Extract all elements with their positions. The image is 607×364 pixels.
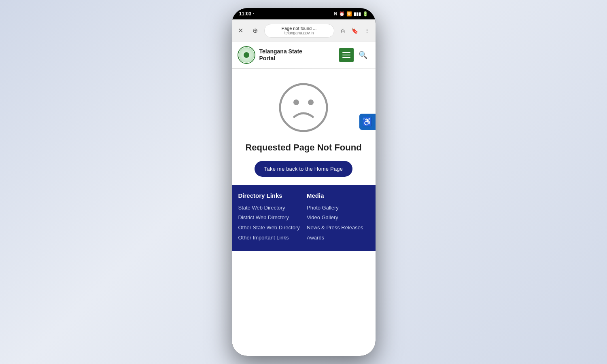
menu-line-1 (342, 52, 350, 53)
footer: Directory Links State Web Directory Dist… (232, 185, 376, 252)
logo-image (238, 46, 255, 64)
svg-point-1 (293, 99, 299, 105)
wifi-icon: 🛜 (346, 11, 352, 17)
close-tab-button[interactable]: ✕ (235, 25, 246, 36)
bookmark-icon: 🔖 (351, 28, 358, 34)
video-gallery-link[interactable]: Video Gallery (307, 214, 369, 221)
more-icon: ⋮ (364, 28, 370, 34)
phone-shell: 11:03 · N ⏰ 🛜 ▮▮▮ 🔋 ✕ ⊕ Page not found .… (232, 8, 376, 356)
svg-point-2 (308, 99, 314, 105)
footer-directory-column: Directory Links State Web Directory Dist… (238, 192, 301, 245)
error-title: Requested Page Not Found (245, 142, 361, 154)
share-icon: ⎙ (341, 28, 344, 34)
accessibility-button[interactable]: ♿ (359, 114, 376, 130)
news-press-releases-link[interactable]: News & Press Releases (307, 224, 369, 231)
signal-dot: · (253, 11, 254, 17)
svg-point-0 (280, 84, 327, 131)
directory-links-heading: Directory Links (238, 192, 301, 199)
other-state-web-directory-link[interactable]: Other State Web Directory (238, 224, 301, 231)
photo-gallery-link[interactable]: Photo Gallery (307, 205, 369, 212)
site-title-line1: Telangana State (259, 48, 302, 55)
status-right: N ⏰ 🛜 ▮▮▮ 🔋 (334, 11, 368, 17)
alarm-icon: ⏰ (339, 11, 345, 17)
browser-actions: ⎙ 🔖 ⋮ (337, 25, 372, 36)
menu-button[interactable] (339, 48, 354, 62)
bookmark-button[interactable]: 🔖 (350, 25, 360, 36)
url-bar[interactable]: Page not found ... telangana.gov.in (264, 24, 334, 38)
browser-menu-button[interactable]: ⋮ (362, 25, 372, 36)
error-section: Requested Page Not Found Take me back to… (232, 69, 376, 185)
search-button[interactable]: 🔍 (356, 48, 370, 62)
site-title-line2: Portal (259, 55, 302, 62)
tab-manager-button[interactable]: ⊕ (250, 25, 261, 36)
footer-columns: Directory Links State Web Directory Dist… (238, 192, 369, 245)
browser-chrome: ✕ ⊕ Page not found ... telangana.gov.in … (232, 19, 376, 42)
share-button[interactable]: ⎙ (337, 25, 348, 36)
header-icons: 🔍 (339, 48, 370, 62)
media-heading: Media (307, 192, 369, 199)
url-domain: telangana.gov.in (284, 31, 314, 35)
site-header: Telangana State Portal 🔍 (232, 42, 376, 68)
accessibility-icon: ♿ (362, 117, 372, 127)
logo-inner (239, 47, 254, 63)
url-title: Page not found ... (282, 26, 317, 31)
battery-icon: 🔋 (363, 11, 368, 17)
footer-media-column: Media Photo Gallery Video Gallery News &… (307, 192, 369, 245)
status-left: 11:03 · (239, 11, 255, 17)
close-icon: ✕ (238, 27, 243, 34)
nfc-icon: N (334, 11, 337, 16)
sad-face-illustration (277, 81, 330, 134)
search-icon: 🔍 (359, 51, 367, 59)
site-logo: Telangana State Portal (238, 46, 302, 64)
page-content: Telangana State Portal 🔍 (232, 42, 376, 356)
signal-icon: ▮▮▮ (354, 11, 361, 17)
district-web-directory-link[interactable]: District Web Directory (238, 214, 301, 221)
time-display: 11:03 (239, 11, 252, 17)
awards-link[interactable]: Awards (307, 235, 369, 241)
other-important-links[interactable]: Other Important Links (238, 235, 301, 241)
state-web-directory-link[interactable]: State Web Directory (238, 205, 301, 212)
menu-line-3 (342, 57, 350, 58)
error-wrapper: Requested Page Not Found Take me back to… (232, 69, 376, 185)
status-bar: 11:03 · N ⏰ 🛜 ▮▮▮ 🔋 (232, 8, 376, 19)
back-home-button[interactable]: Take me back to the Home Page (255, 161, 352, 177)
menu-line-2 (342, 55, 350, 55)
site-title-block: Telangana State Portal (259, 48, 302, 62)
tab-icon: ⊕ (253, 27, 258, 34)
